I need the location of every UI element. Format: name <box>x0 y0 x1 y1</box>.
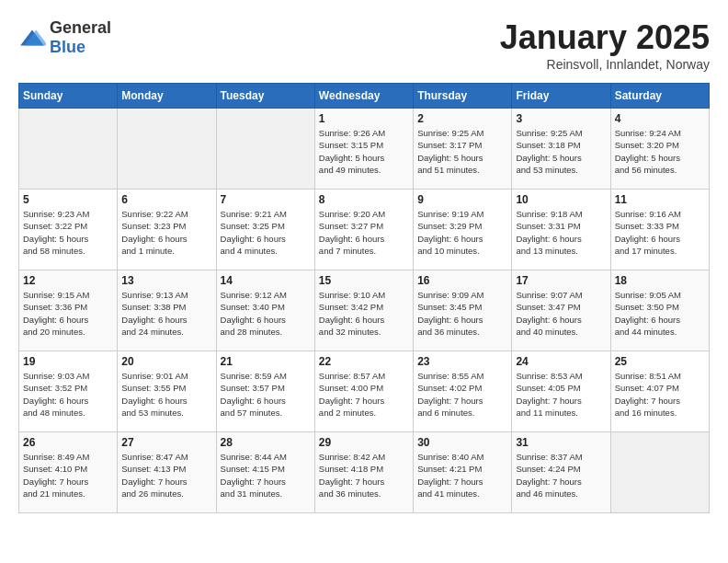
cell-content: Sunrise: 8:51 AM Sunset: 4:07 PM Dayligh… <box>615 370 705 419</box>
cell-content: Sunrise: 9:18 AM Sunset: 3:31 PM Dayligh… <box>516 208 606 257</box>
day-number: 1 <box>319 112 409 125</box>
calendar-cell <box>216 109 314 190</box>
calendar-cell: 30Sunrise: 8:40 AM Sunset: 4:21 PM Dayli… <box>414 432 512 513</box>
cell-content: Sunrise: 9:19 AM Sunset: 3:29 PM Dayligh… <box>417 208 507 257</box>
day-number: 10 <box>516 193 606 206</box>
day-number: 30 <box>417 436 507 449</box>
day-number: 8 <box>319 193 409 206</box>
cell-content: Sunrise: 8:59 AM Sunset: 3:57 PM Dayligh… <box>221 370 311 419</box>
logo-icon <box>18 29 46 47</box>
logo-blue: Blue <box>50 38 85 56</box>
weekday-header-monday: Monday <box>118 84 216 109</box>
cell-content: Sunrise: 8:57 AM Sunset: 4:00 PM Dayligh… <box>319 370 409 419</box>
weekday-header-thursday: Thursday <box>414 84 512 109</box>
logo-text: General Blue <box>50 18 111 57</box>
cell-content: Sunrise: 8:53 AM Sunset: 4:05 PM Dayligh… <box>516 370 606 419</box>
day-number: 24 <box>516 355 606 368</box>
calendar-cell: 3Sunrise: 9:25 AM Sunset: 3:18 PM Daylig… <box>512 109 610 190</box>
calendar-cell: 16Sunrise: 9:09 AM Sunset: 3:45 PM Dayli… <box>414 270 512 351</box>
day-number: 17 <box>516 274 606 287</box>
calendar-cell: 10Sunrise: 9:18 AM Sunset: 3:31 PM Dayli… <box>512 190 610 270</box>
calendar-cell: 28Sunrise: 8:44 AM Sunset: 4:15 PM Dayli… <box>216 432 314 513</box>
cell-content: Sunrise: 9:07 AM Sunset: 3:47 PM Dayligh… <box>516 289 606 338</box>
calendar-cell: 25Sunrise: 8:51 AM Sunset: 4:07 PM Dayli… <box>610 351 709 432</box>
cell-content: Sunrise: 9:12 AM Sunset: 3:40 PM Dayligh… <box>221 289 311 338</box>
cell-content: Sunrise: 9:23 AM Sunset: 3:22 PM Dayligh… <box>23 208 113 257</box>
day-number: 14 <box>221 274 311 287</box>
calendar-cell: 24Sunrise: 8:53 AM Sunset: 4:05 PM Dayli… <box>512 351 610 432</box>
cell-content: Sunrise: 9:05 AM Sunset: 3:50 PM Dayligh… <box>615 289 705 338</box>
day-number: 28 <box>221 436 311 449</box>
cell-content: Sunrise: 8:55 AM Sunset: 4:02 PM Dayligh… <box>417 370 507 419</box>
day-number: 31 <box>516 436 606 449</box>
calendar-cell: 12Sunrise: 9:15 AM Sunset: 3:36 PM Dayli… <box>19 270 118 351</box>
calendar-week-2: 5Sunrise: 9:23 AM Sunset: 3:22 PM Daylig… <box>19 190 710 270</box>
month-title: January 2025 <box>500 18 710 57</box>
cell-content: Sunrise: 9:16 AM Sunset: 3:33 PM Dayligh… <box>615 208 705 257</box>
calendar-cell <box>19 109 118 190</box>
cell-content: Sunrise: 8:37 AM Sunset: 4:24 PM Dayligh… <box>516 451 606 500</box>
cell-content: Sunrise: 8:42 AM Sunset: 4:18 PM Dayligh… <box>319 451 409 500</box>
calendar-cell: 31Sunrise: 8:37 AM Sunset: 4:24 PM Dayli… <box>512 432 610 513</box>
calendar-cell: 29Sunrise: 8:42 AM Sunset: 4:18 PM Dayli… <box>314 432 413 513</box>
calendar-cell: 11Sunrise: 9:16 AM Sunset: 3:33 PM Dayli… <box>610 190 709 270</box>
weekday-header-row: SundayMondayTuesdayWednesdayThursdayFrid… <box>19 84 710 109</box>
day-number: 29 <box>319 436 409 449</box>
calendar-cell <box>118 109 216 190</box>
calendar-cell: 7Sunrise: 9:21 AM Sunset: 3:25 PM Daylig… <box>216 190 314 270</box>
calendar-week-1: 1Sunrise: 9:26 AM Sunset: 3:15 PM Daylig… <box>19 109 710 190</box>
calendar-cell: 6Sunrise: 9:22 AM Sunset: 3:23 PM Daylig… <box>118 190 216 270</box>
calendar-cell: 17Sunrise: 9:07 AM Sunset: 3:47 PM Dayli… <box>512 270 610 351</box>
cell-content: Sunrise: 8:40 AM Sunset: 4:21 PM Dayligh… <box>417 451 507 500</box>
weekday-header-sunday: Sunday <box>19 84 118 109</box>
day-number: 21 <box>221 355 311 368</box>
calendar-week-4: 19Sunrise: 9:03 AM Sunset: 3:52 PM Dayli… <box>19 351 710 432</box>
cell-content: Sunrise: 8:47 AM Sunset: 4:13 PM Dayligh… <box>121 451 211 500</box>
calendar-cell: 8Sunrise: 9:20 AM Sunset: 3:27 PM Daylig… <box>314 190 413 270</box>
calendar-cell: 20Sunrise: 9:01 AM Sunset: 3:55 PM Dayli… <box>118 351 216 432</box>
day-number: 3 <box>516 112 606 125</box>
cell-content: Sunrise: 9:22 AM Sunset: 3:23 PM Dayligh… <box>121 208 211 257</box>
day-number: 7 <box>221 193 311 206</box>
calendar-body: 1Sunrise: 9:26 AM Sunset: 3:15 PM Daylig… <box>19 109 710 513</box>
day-number: 19 <box>23 355 113 368</box>
weekday-header-tuesday: Tuesday <box>216 84 314 109</box>
cell-content: Sunrise: 8:44 AM Sunset: 4:15 PM Dayligh… <box>221 451 311 500</box>
calendar-cell: 26Sunrise: 8:49 AM Sunset: 4:10 PM Dayli… <box>19 432 118 513</box>
calendar-cell: 15Sunrise: 9:10 AM Sunset: 3:42 PM Dayli… <box>314 270 413 351</box>
cell-content: Sunrise: 9:21 AM Sunset: 3:25 PM Dayligh… <box>221 208 311 257</box>
day-number: 6 <box>121 193 211 206</box>
cell-content: Sunrise: 9:09 AM Sunset: 3:45 PM Dayligh… <box>417 289 507 338</box>
calendar-cell: 5Sunrise: 9:23 AM Sunset: 3:22 PM Daylig… <box>19 190 118 270</box>
logo: General Blue <box>18 18 111 57</box>
day-number: 2 <box>417 112 507 125</box>
calendar-cell: 1Sunrise: 9:26 AM Sunset: 3:15 PM Daylig… <box>314 109 413 190</box>
calendar-week-5: 26Sunrise: 8:49 AM Sunset: 4:10 PM Dayli… <box>19 432 710 513</box>
header-area: General Blue January 2025 Reinsvoll, Inn… <box>18 18 710 72</box>
day-number: 23 <box>417 355 507 368</box>
cell-content: Sunrise: 9:01 AM Sunset: 3:55 PM Dayligh… <box>121 370 211 419</box>
calendar-cell: 23Sunrise: 8:55 AM Sunset: 4:02 PM Dayli… <box>414 351 512 432</box>
calendar-cell: 14Sunrise: 9:12 AM Sunset: 3:40 PM Dayli… <box>216 270 314 351</box>
calendar-cell: 22Sunrise: 8:57 AM Sunset: 4:00 PM Dayli… <box>314 351 413 432</box>
day-number: 16 <box>417 274 507 287</box>
cell-content: Sunrise: 9:24 AM Sunset: 3:20 PM Dayligh… <box>615 127 705 176</box>
cell-content: Sunrise: 9:20 AM Sunset: 3:27 PM Dayligh… <box>319 208 409 257</box>
cell-content: Sunrise: 8:49 AM Sunset: 4:10 PM Dayligh… <box>23 451 113 500</box>
calendar-cell: 18Sunrise: 9:05 AM Sunset: 3:50 PM Dayli… <box>610 270 709 351</box>
day-number: 25 <box>615 355 705 368</box>
cell-content: Sunrise: 9:26 AM Sunset: 3:15 PM Dayligh… <box>319 127 409 176</box>
subtitle: Reinsvoll, Innlandet, Norway <box>500 57 710 72</box>
day-number: 13 <box>121 274 211 287</box>
day-number: 11 <box>615 193 705 206</box>
weekday-header-saturday: Saturday <box>610 84 709 109</box>
weekday-header-wednesday: Wednesday <box>314 84 413 109</box>
weekday-header-friday: Friday <box>512 84 610 109</box>
calendar-cell: 19Sunrise: 9:03 AM Sunset: 3:52 PM Dayli… <box>19 351 118 432</box>
calendar-cell: 9Sunrise: 9:19 AM Sunset: 3:29 PM Daylig… <box>414 190 512 270</box>
calendar-table: SundayMondayTuesdayWednesdayThursdayFrid… <box>18 83 710 513</box>
calendar-cell: 2Sunrise: 9:25 AM Sunset: 3:17 PM Daylig… <box>414 109 512 190</box>
day-number: 22 <box>319 355 409 368</box>
cell-content: Sunrise: 9:25 AM Sunset: 3:17 PM Dayligh… <box>417 127 507 176</box>
cell-content: Sunrise: 9:25 AM Sunset: 3:18 PM Dayligh… <box>516 127 606 176</box>
